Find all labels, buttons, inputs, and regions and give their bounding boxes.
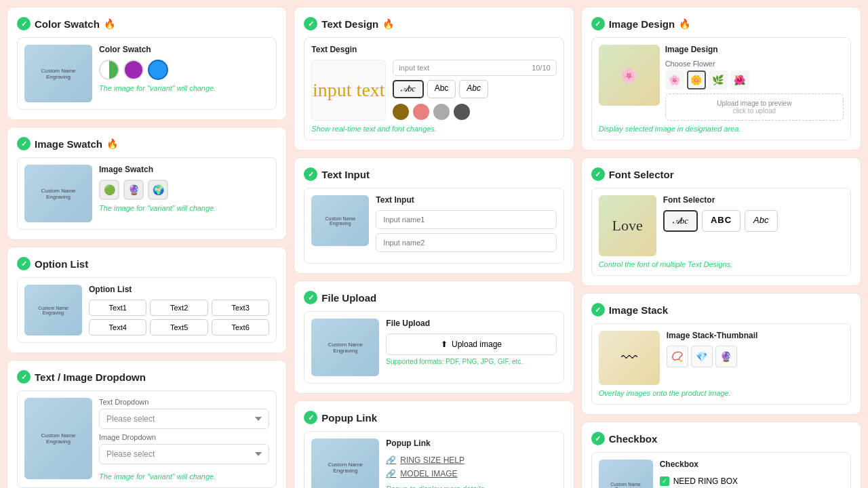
font-selector-check: ✓ [591,167,605,181]
font-sel-opt-1[interactable]: 𝒜bc [663,210,698,232]
image-stack-card: ✓ Image Stack 〰 Image Stack-Thumbnail 📿 … [581,293,861,415]
image-design-check: ✓ [591,17,605,30]
text-design-preview: input text [311,60,386,121]
font-selector-label: Font Selector [663,195,844,205]
text-input-card: ✓ Text Input Custom NameEngraving Text I… [294,157,574,274]
text-design-count: 10/10 [532,64,551,72]
option-btn-2[interactable]: Text2 [150,300,208,316]
stack-swatch-2[interactable]: 💎 [691,346,713,367]
checkbox-content: Checkbox ✓ NEED RING BOX NEED BLESSING C… [660,460,844,488]
color-swatch-variant-text: The image for "variant" will change. [99,84,216,92]
image-swatch-fire: 🔥 [106,138,118,149]
popup-link-product-image: Custom NameEngraving [311,439,379,488]
flower-swatch-4[interactable]: 🌺 [730,70,749,89]
image-design-inner: 🌸 Image Design Choose Flower 🌸 🌼 🌿 🌺 Upl… [591,37,851,140]
flower-swatches: 🌸 🌼 🌿 🌺 [665,70,844,89]
file-upload-support-text: Supported formats: PDF, PNG, JPG, GIF, e… [386,358,556,365]
checkbox-need-ring-box[interactable]: ✓ [660,476,669,486]
text-input-field-1[interactable] [376,210,556,229]
text-design-controls: input text 10/10 𝒜bc Abc Abc [393,60,556,120]
color-dot-3[interactable] [433,104,450,120]
color-swatch-fire: 🔥 [104,18,115,29]
upload-sub-text: click to upload [671,107,837,115]
text-design-label: Text Desgin [311,45,556,54]
dropdown-variant-text: The image for "variant" will change. [99,472,269,481]
font-option-3[interactable]: Abc [459,80,488,98]
img-swatch-2[interactable]: 🔮 [123,180,144,200]
stack-swatch-1[interactable]: 📿 [667,346,688,367]
color-swatch-inner: Custom NameEngraving Color Swatch The im… [17,37,277,110]
flower-swatch-3[interactable]: 🌿 [709,70,728,89]
text-design-input-box: input text 10/10 [393,60,556,76]
image-swatch-check: ✓ [17,137,31,150]
text-design-inner: Text Desgin input text input text 10/10 … [304,37,564,140]
color-dot-1[interactable] [393,104,409,120]
popup-link-inner: Custom NameEngraving Popup Link 🔗 RING S… [304,431,564,488]
file-upload-title: ✓ File Upload [304,291,564,304]
image-swatch-card: ✓ Image Swatch 🔥 Custom NameEngraving Im… [7,127,287,240]
option-btn-3[interactable]: Text3 [212,300,269,316]
image-swatch-variant-text: The image for "variant" will change. [99,204,216,212]
font-option-1[interactable]: 𝒜bc [393,80,423,98]
option-btn-1[interactable]: Text1 [89,300,146,316]
font-option-2[interactable]: Abc [427,80,456,98]
font-sel-opt-2[interactable]: ABC [702,210,741,232]
popup-link-content: Popup Link 🔗 RING SIZE HELP 🔗 MODEL IMAG… [386,439,556,488]
text-dropdown-select[interactable]: Please select [99,409,269,429]
text-design-title: ✓ Text Design 🔥 [304,17,564,30]
text-input-field-2[interactable] [376,233,556,252]
checkbox-card: ✓ Checkbox Custom NameEngraving Checkbox… [581,422,861,488]
checkbox-product-image: Custom NameEngraving [599,460,653,488]
swatch-white-green[interactable] [99,60,119,80]
popup-link-model-image[interactable]: 🔗 MODEL IMAGE [386,467,556,481]
swatch-purple[interactable] [123,60,144,80]
color-dots [393,104,556,120]
popup-link-ring-size[interactable]: 🔗 RING SIZE HELP [386,453,556,467]
image-stack-title: ✓ Image Stack [591,303,851,317]
image-stack-check: ✓ [591,303,605,317]
file-upload-check: ✓ [304,291,317,304]
image-swatch-label: Image Swatch [99,165,216,174]
font-options: 𝒜bc Abc Abc [393,80,556,98]
upload-image-area[interactable]: Upload image to preview click to upload [665,94,844,121]
option-list-product-image: Custom NameEngraving [24,285,82,336]
option-list-card: ✓ Option List Custom NameEngraving Optio… [7,247,287,353]
checkbox-inner: Custom NameEngraving Checkbox ✓ NEED RIN… [591,452,851,488]
upload-image-button[interactable]: ⬆ Upload image [386,333,556,355]
color-swatch-product-image: Custom NameEngraving [24,45,92,102]
checkbox-need-ring-box-label: NEED RING BOX [673,476,738,486]
text-input-product-image: Custom NameEngraving [311,195,369,246]
img-swatch-3[interactable]: 🌍 [148,180,168,200]
swatch-blue[interactable] [148,60,168,80]
text-image-dropdown-card: ✓ Text / Image Dropdown Custom NameEngra… [7,360,287,488]
color-dot-4[interactable] [454,104,470,120]
image-stack-content: Image Stack-Thumbnail 📿 💎 🔮 [667,331,844,367]
image-stack-product-image: 〰 [599,331,660,385]
text-design-input-placeholder: input text [399,64,429,72]
image-dropdown-label: Image Dropdown [99,433,269,441]
image-design-fire: 🔥 [679,18,690,29]
option-btn-6[interactable]: Text6 [212,319,269,336]
image-swatch-inner: Custom NameEngraving Image Swatch 🟢 🔮 🌍 … [17,157,277,230]
upload-label: Upload image [452,340,502,349]
font-selector-options: 𝒜bc ABC Abc [663,210,844,232]
img-swatch-1[interactable]: 🟢 [99,180,119,200]
image-swatch-product-image: Custom NameEngraving [24,165,92,222]
image-dropdown-select[interactable]: Please select [99,444,269,464]
font-sel-opt-3[interactable]: Abc [745,210,777,232]
text-input-check: ✓ [304,167,317,181]
option-btn-4[interactable]: Text4 [89,319,146,336]
font-selector-card: ✓ Font Selector Love Font Selector 𝒜bc A… [581,157,861,286]
file-upload-inner: Custom NameEngraving File Upload ⬆ Uploa… [304,311,564,384]
option-list-label: Option List [89,285,269,294]
flower-swatch-2[interactable]: 🌼 [687,70,706,89]
option-btn-5[interactable]: Text5 [150,319,208,336]
text-dropdown-label: Text Dropdown [99,398,269,406]
checkbox-section-check: ✓ [591,432,605,445]
text-image-dropdown-check: ✓ [17,370,31,384]
image-design-art: 🌸 [599,45,660,106]
color-dot-2[interactable] [413,104,429,120]
image-swatches: 🟢 🔮 🌍 [99,180,216,200]
flower-swatch-1[interactable]: 🌸 [665,70,684,89]
stack-swatch-3[interactable]: 🔮 [715,346,737,367]
